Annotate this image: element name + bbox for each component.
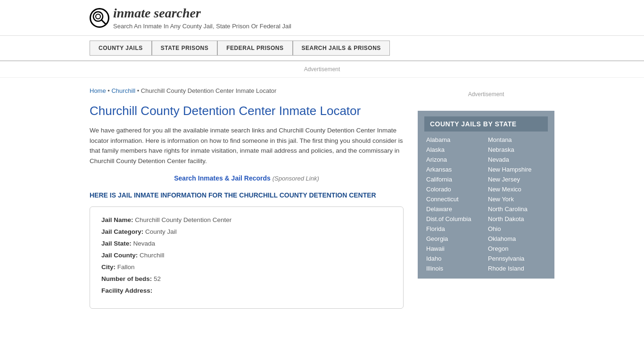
jail-city-value: Fallon bbox=[117, 263, 135, 271]
jail-info-box: Jail Name: Churchill County Detention Ce… bbox=[90, 206, 404, 309]
breadcrumb-current: Churchill County Detention Center Inmate… bbox=[141, 87, 277, 94]
logo-area: inmate searcher Search An Inmate In Any … bbox=[90, 6, 554, 30]
jail-state-label: Jail State: bbox=[101, 240, 132, 247]
jail-state-row: Jail State: Nevada bbox=[101, 240, 392, 247]
state-link-california[interactable]: California bbox=[424, 175, 486, 184]
state-link-new-hampshire[interactable]: New Hampshire bbox=[486, 165, 548, 174]
jail-beds-label: Number of beds: bbox=[101, 275, 152, 282]
state-link-arizona[interactable]: Arizona bbox=[424, 155, 486, 164]
breadcrumb-home[interactable]: Home bbox=[90, 87, 106, 94]
breadcrumb-sep2: • bbox=[135, 87, 141, 94]
content-area: Home • Churchill • Churchill County Dete… bbox=[90, 87, 404, 309]
state-col-left: AlabamaAlaskaArizonaArkansasCaliforniaCo… bbox=[424, 135, 486, 273]
state-link-oregon[interactable]: Oregon bbox=[486, 244, 548, 253]
logo-text-inmate: inmate searcher bbox=[113, 6, 201, 21]
state-link-ohio[interactable]: Ohio bbox=[486, 224, 548, 233]
header: inmate searcher Search An Inmate In Any … bbox=[0, 0, 644, 36]
ad-bar: Advertisement bbox=[0, 61, 644, 78]
county-jails-by-state-box: COUNTY JAILS BY STATE AlabamaAlaskaArizo… bbox=[418, 111, 554, 279]
svg-line-2 bbox=[102, 20, 106, 24]
state-link-alabama[interactable]: Alabama bbox=[424, 135, 486, 144]
jail-county-value: Churchill bbox=[140, 252, 165, 259]
jail-county-label: Jail County: bbox=[101, 252, 138, 259]
jail-address-label: Facility Address: bbox=[101, 287, 152, 294]
state-link-hawaii[interactable]: Hawaii bbox=[424, 244, 486, 253]
state-link-new-york[interactable]: New York bbox=[486, 195, 548, 204]
state-link-new-jersey[interactable]: New Jersey bbox=[486, 175, 548, 184]
state-link-north-dakota[interactable]: North Dakota bbox=[486, 214, 548, 223]
state-link-oklahoma[interactable]: Oklahoma bbox=[486, 234, 548, 243]
state-link-connecticut[interactable]: Connecticut bbox=[424, 195, 486, 204]
jail-beds-row: Number of beds: 52 bbox=[101, 275, 392, 282]
state-link-dist.of-columbia[interactable]: Dist.of Columbia bbox=[424, 214, 486, 223]
jail-category-value: County Jail bbox=[145, 228, 177, 235]
jail-category-row: Jail Category: County Jail bbox=[101, 228, 392, 235]
logo-icon bbox=[90, 8, 109, 28]
search-inmates-link[interactable]: Search Inmates & Jail Records bbox=[174, 174, 271, 182]
state-link-pennsylvania[interactable]: Pennsylvania bbox=[486, 254, 548, 263]
state-link-georgia[interactable]: Georgia bbox=[424, 234, 486, 243]
state-link-nevada[interactable]: Nevada bbox=[486, 155, 548, 164]
page-title: Churchill County Detention Center Inmate… bbox=[90, 104, 404, 118]
jail-county-row: Jail County: Churchill bbox=[101, 252, 392, 259]
sidebar-ad-label: Advertisement bbox=[418, 87, 554, 101]
search-link-area: Search Inmates & Jail Records (Sponsored… bbox=[90, 174, 404, 182]
breadcrumb: Home • Churchill • Churchill County Dete… bbox=[90, 87, 404, 94]
jail-name-value: Churchill County Detention Center bbox=[135, 216, 231, 223]
jail-address-row: Facility Address: bbox=[101, 287, 392, 294]
nav-search-jails[interactable]: SEARCH JAILS & PRISONS bbox=[293, 41, 390, 56]
state-link-illinois[interactable]: Illinois bbox=[424, 264, 486, 273]
sidebar: Advertisement COUNTY JAILS BY STATE Alab… bbox=[418, 87, 554, 309]
breadcrumb-sep1: • bbox=[106, 87, 112, 94]
sponsored-label: (Sponsored Link) bbox=[272, 175, 319, 182]
state-link-new-mexico[interactable]: New Mexico bbox=[486, 185, 548, 194]
nav-list: COUNTY JAILS STATE PRISONS FEDERAL PRISO… bbox=[90, 41, 554, 56]
jail-city-row: City: Fallon bbox=[101, 263, 392, 271]
nav-state-prisons[interactable]: STATE PRISONS bbox=[152, 41, 217, 56]
jail-state-value: Nevada bbox=[133, 240, 156, 247]
svg-point-1 bbox=[96, 14, 100, 19]
jail-city-label: City: bbox=[101, 263, 116, 271]
nav-bar: COUNTY JAILS STATE PRISONS FEDERAL PRISO… bbox=[0, 36, 644, 61]
description: We have gathered for you all the availab… bbox=[90, 125, 404, 166]
state-link-rhode-island[interactable]: Rhode Island bbox=[486, 264, 548, 273]
jail-name-label: Jail Name: bbox=[101, 216, 133, 223]
state-link-idaho[interactable]: Idaho bbox=[424, 254, 486, 263]
state-link-delaware[interactable]: Delaware bbox=[424, 205, 486, 214]
state-link-florida[interactable]: Florida bbox=[424, 224, 486, 233]
state-col-right: MontanaNebraskaNevadaNew HampshireNew Je… bbox=[486, 135, 548, 273]
state-link-north-carolina[interactable]: North Carolina bbox=[486, 205, 548, 214]
state-link-alaska[interactable]: Alaska bbox=[424, 145, 486, 154]
state-link-colorado[interactable]: Colorado bbox=[424, 185, 486, 194]
state-link-arkansas[interactable]: Arkansas bbox=[424, 165, 486, 174]
state-link-montana[interactable]: Montana bbox=[486, 135, 548, 144]
breadcrumb-county[interactable]: Churchill bbox=[111, 87, 135, 94]
jail-beds-value: 52 bbox=[154, 275, 161, 282]
main-content: Home • Churchill • Churchill County Dete… bbox=[0, 87, 644, 309]
state-columns: AlabamaAlaskaArizonaArkansasCaliforniaCo… bbox=[424, 135, 548, 273]
nav-federal-prisons[interactable]: FEDERAL PRISONS bbox=[217, 41, 292, 56]
state-link-nebraska[interactable]: Nebraska bbox=[486, 145, 548, 154]
nav-county-jails[interactable]: COUNTY JAILS bbox=[90, 41, 152, 56]
jail-category-label: Jail Category: bbox=[101, 228, 143, 235]
jail-name-row: Jail Name: Churchill County Detention Ce… bbox=[101, 216, 392, 223]
county-jails-title: COUNTY JAILS BY STATE bbox=[424, 116, 548, 132]
info-section-header: HERE IS JAIL INMATE INFORMATION FOR THE … bbox=[90, 191, 404, 199]
tagline: Search An Inmate In Any County Jail, Sta… bbox=[113, 23, 291, 30]
